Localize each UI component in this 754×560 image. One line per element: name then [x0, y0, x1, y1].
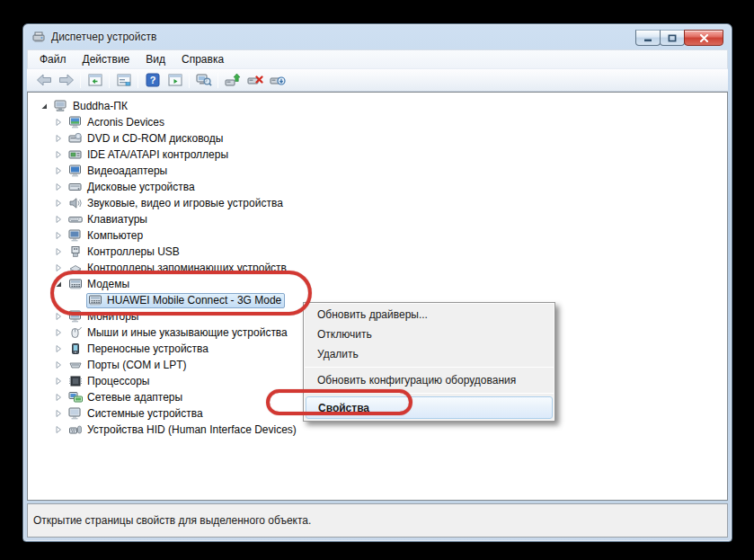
expander-icon[interactable] [54, 328, 63, 337]
help-button[interactable]: ? [141, 70, 164, 90]
menu-action[interactable]: Действие [75, 50, 138, 68]
expander-icon[interactable] [54, 409, 63, 418]
scan-hardware-button[interactable] [266, 70, 288, 90]
computer-icon [54, 100, 68, 112]
menu-bar: Файл Действие Вид Справка [27, 49, 728, 69]
tree-item-label: Контроллеры запоминающих устройств [87, 262, 287, 274]
console-tree-button[interactable] [84, 70, 106, 90]
toolbar: ? [27, 69, 728, 92]
context-menu-item-scan-hardware[interactable]: Обновить конфигурацию оборудования [304, 370, 554, 390]
tree-item-ide-controllers[interactable]: IDE ATA/ATAPI контроллеры [28, 147, 727, 163]
expander-icon [74, 296, 83, 305]
tree-item-label: Мониторы [87, 310, 138, 323]
tree-item-keyboards[interactable]: Клавиатуры [28, 211, 727, 227]
expander-icon[interactable] [54, 344, 63, 353]
console-tree-icon [88, 73, 102, 87]
expander-icon[interactable] [54, 150, 63, 159]
expander-icon[interactable] [54, 377, 63, 386]
tree-item-label: Клавиатуры [87, 213, 147, 226]
window-controls [636, 30, 723, 46]
menu-file[interactable]: Файл [31, 50, 75, 68]
uninstall-device-icon [247, 73, 263, 87]
expander-icon[interactable] [54, 263, 63, 272]
back-button[interactable] [32, 70, 55, 90]
close-button[interactable] [684, 30, 723, 46]
tree-item-disk-devices[interactable]: Дисковые устройства [28, 179, 727, 195]
action-pane-button[interactable] [164, 70, 186, 90]
expander-icon[interactable] [54, 247, 63, 256]
tree-item-modems[interactable]: Модемы [28, 276, 727, 292]
mouse-icon [68, 326, 83, 339]
storage-controller-icon [68, 262, 83, 274]
portable-device-icon [68, 342, 83, 355]
expander-icon[interactable] [54, 166, 63, 175]
tree-item-hid-devices[interactable]: Устройства HID (Human Interface Devices) [28, 422, 727, 438]
expander-icon[interactable] [54, 199, 63, 208]
action-pane-icon [168, 73, 182, 87]
tree-item-buddha-pc[interactable]: Buddha-ПК [28, 98, 727, 114]
tree-item-acronis-devices[interactable]: Acronis Devices [28, 114, 727, 130]
expander-icon[interactable] [54, 280, 63, 289]
status-bar: Открытие страницы свойств для выделенног… [27, 503, 728, 538]
expander-icon[interactable] [54, 360, 63, 369]
expander-icon[interactable] [54, 182, 63, 191]
tree-item-label: Мыши и иные указывающие устройства [87, 326, 288, 339]
context-menu-item-properties[interactable]: Свойства [306, 396, 553, 419]
context-menu-separator [305, 393, 554, 394]
uninstall-device-button[interactable] [244, 70, 266, 90]
video-adapter-icon [68, 164, 83, 177]
status-text: Открытие страницы свойств для выделенног… [33, 514, 311, 527]
expander-icon[interactable] [54, 231, 63, 240]
disk-drive-icon [68, 181, 83, 193]
tree-item-video-adapters[interactable]: Видеоадаптеры [28, 163, 727, 179]
context-menu-item-uninstall[interactable]: Удалить [304, 344, 554, 364]
expander-icon[interactable] [54, 134, 63, 143]
menu-help[interactable]: Справка [173, 50, 232, 68]
update-driver-icon [225, 73, 241, 87]
tree-item-label: Сетевые адаптеры [87, 391, 182, 404]
window-title: Диспетчер устройств [51, 31, 156, 43]
tree-item-label: Видеоадаптеры [87, 164, 167, 177]
expander-icon[interactable] [54, 393, 63, 402]
cpu-icon [68, 375, 83, 387]
tree-item-dvd-cdrom-drives[interactable]: DVD и CD-ROM дисководы [28, 130, 727, 147]
expander-icon[interactable] [40, 102, 49, 111]
context-menu-item-update-drivers[interactable]: Обновить драйверы... [304, 305, 554, 324]
expander-icon[interactable] [54, 215, 63, 224]
tree-item-sound-devices[interactable]: Звуковые, видео и игровые устройства [28, 195, 727, 211]
minimize-icon [643, 34, 652, 42]
update-driver-button[interactable] [221, 70, 244, 90]
tree-item-label: Контроллеры USB [87, 245, 180, 258]
scan-computer-button[interactable] [192, 70, 215, 90]
tree-item-computer[interactable]: Компьютер [28, 227, 727, 244]
usb-icon [68, 245, 83, 258]
device-tree: Buddha-ПК Acronis Devices DVD и CD-ROM д… [27, 92, 728, 501]
tree-item-label: Acronis Devices [87, 116, 164, 129]
tree-item-usb-controllers[interactable]: Контроллеры USB [28, 244, 727, 260]
tree-item-storage-controllers[interactable]: Контроллеры запоминающих устройств [28, 260, 727, 276]
monitor-icon [68, 116, 83, 129]
modem-icon [68, 278, 83, 290]
context-menu-item-disable[interactable]: Отключить [304, 324, 554, 344]
expander-icon[interactable] [54, 312, 63, 321]
device-manager-window: Диспетчер устройств Файл Действие Вид Сп… [22, 23, 732, 542]
properties-window-icon [117, 73, 131, 87]
maximize-button[interactable] [660, 30, 685, 46]
context-menu: Обновить драйверы... Отключить Удалить О… [303, 302, 555, 422]
expander-icon[interactable] [54, 425, 63, 434]
tree-item-label: Порты (COM и LPT) [87, 359, 187, 371]
tree-item-label: Переносные устройства [87, 342, 208, 355]
properties-button[interactable] [112, 70, 135, 90]
toolbar-separator [217, 73, 218, 88]
scan-hardware-icon [270, 73, 286, 87]
tree-item-label: DVD и CD-ROM дисководы [87, 132, 223, 145]
maximize-icon [668, 34, 677, 42]
close-icon [699, 34, 709, 42]
minimize-button[interactable] [635, 30, 661, 46]
help-icon: ? [146, 73, 160, 87]
menu-view[interactable]: Вид [137, 50, 173, 68]
svg-text:?: ? [149, 75, 155, 85]
titlebar[interactable]: Диспетчер устройств [23, 24, 732, 49]
forward-button[interactable] [55, 70, 77, 90]
expander-icon[interactable] [54, 118, 63, 127]
